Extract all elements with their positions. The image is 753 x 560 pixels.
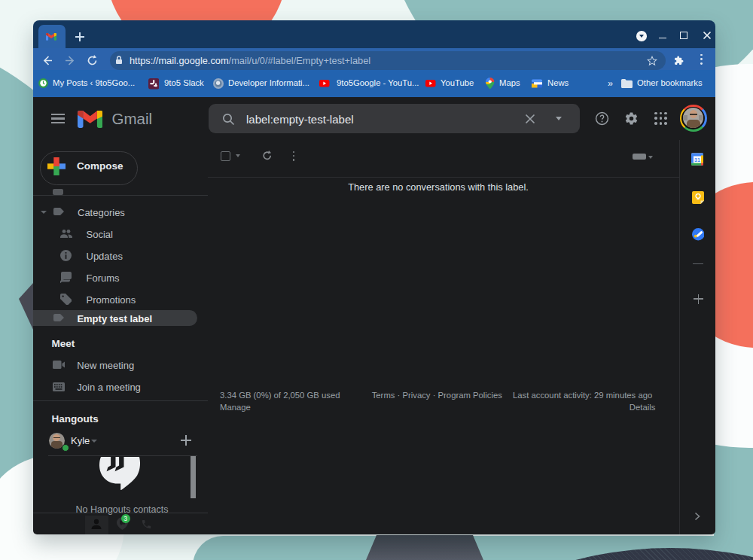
svg-text:31: 31 [694,157,700,163]
